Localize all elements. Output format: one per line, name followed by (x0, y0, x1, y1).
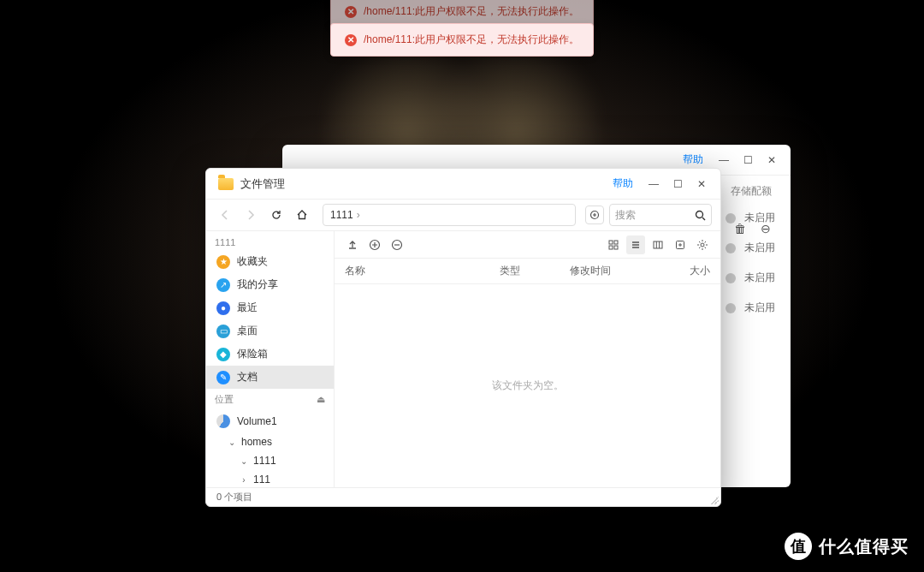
disk-icon (216, 414, 230, 428)
status-dot-icon (726, 273, 736, 283)
svg-rect-8 (654, 241, 662, 248)
navbar: 1111 › 搜索 (206, 200, 720, 230)
minimize-button[interactable]: — (642, 172, 666, 196)
sidebar-item-label: 收藏夹 (237, 254, 268, 269)
svg-point-1 (696, 211, 703, 217)
sidebar-item[interactable]: ●最近 (206, 296, 334, 319)
col-mtime[interactable]: 修改时间 (570, 264, 654, 278)
location-label: 位置 (215, 393, 234, 406)
main-pane: 名称 类型 修改时间 大小 该文件夹为空。 (335, 231, 720, 487)
new-tab-button[interactable] (585, 206, 604, 224)
nav-forward-button[interactable] (240, 205, 261, 225)
watermark-text: 什么值得买 (819, 535, 909, 558)
tree-item[interactable]: ›111 (206, 470, 334, 487)
sidebar-item-icon: ★ (216, 255, 230, 269)
tree-item-label: homes (241, 436, 272, 448)
chevron-icon[interactable]: ⌄ (227, 438, 237, 447)
status-dot-icon (726, 303, 736, 313)
empty-state: 该文件夹为空。 (335, 284, 720, 487)
help-link[interactable]: 帮助 (683, 152, 703, 167)
sidebar-item[interactable]: ★收藏夹 (206, 250, 334, 273)
view-grid-button[interactable] (604, 235, 623, 254)
tree-item[interactable]: ⌄homes (206, 432, 334, 451)
file-manager-window: 文件管理 帮助 — ☐ ✕ 1111 › 搜索 (205, 168, 721, 507)
svg-point-10 (701, 243, 704, 247)
upload-button[interactable] (343, 235, 362, 254)
search-placeholder: 搜索 (615, 208, 636, 223)
search-icon (695, 210, 706, 221)
sidebar-item-icon: ↗ (216, 278, 230, 292)
sidebar-item[interactable]: ↗我的分享 (206, 273, 334, 296)
sidebar-item[interactable]: ✎文档 (206, 366, 334, 389)
svg-rect-5 (614, 241, 618, 244)
sidebar-item-label: 保险箱 (237, 347, 268, 361)
chevron-icon[interactable]: ⌄ (239, 456, 249, 466)
sidebar-item-icon: ▭ (216, 325, 230, 338)
window-title: 文件管理 (240, 176, 285, 192)
col-size[interactable]: 大小 (654, 264, 710, 278)
folder-icon (218, 178, 234, 190)
status-bar: 0 个项目 (206, 487, 720, 506)
more-icon[interactable]: ⊖ (756, 219, 775, 238)
toast-message: /home/111:此用户权限不足，无法执行此操作。 (364, 4, 579, 19)
sidebar-item-icon: ● (216, 301, 230, 315)
titlebar[interactable]: 文件管理 帮助 — ☐ ✕ (206, 169, 720, 200)
sidebar-item-icon: ✎ (216, 371, 230, 384)
column-headers[interactable]: 名称 类型 修改时间 大小 (335, 259, 720, 284)
toast-message: /home/111:此用户权限不足，无法执行此操作。 (364, 33, 579, 47)
status-text: 0 个项目 (216, 491, 252, 503)
close-button[interactable]: ✕ (690, 172, 714, 196)
col-name[interactable]: 名称 (345, 264, 500, 278)
watermark-badge: 值 (785, 533, 812, 560)
nav-back-button[interactable] (215, 205, 235, 225)
tree-item-label: 1111 (253, 455, 276, 467)
new-window-button[interactable] (671, 235, 690, 254)
status-dot-icon (726, 243, 736, 253)
breadcrumb[interactable]: 1111 › (323, 204, 576, 226)
svg-rect-4 (609, 241, 613, 244)
chevron-icon[interactable]: › (239, 475, 249, 485)
sidebar-item[interactable]: ◆保险箱 (206, 343, 334, 366)
col-type[interactable]: 类型 (500, 264, 570, 278)
add-button[interactable] (365, 235, 384, 254)
sidebar-item-label: 文档 (237, 370, 258, 384)
sidebar-item-label: 我的分享 (237, 277, 278, 292)
sidebar-root-label: 1111 (206, 235, 334, 250)
toolbar (335, 231, 720, 259)
home-button[interactable] (292, 205, 312, 225)
eject-icon[interactable]: ⏏ (317, 394, 325, 405)
search-input[interactable]: 搜索 (609, 204, 712, 226)
view-list-button[interactable] (626, 235, 645, 254)
tree-item-label: 111 (253, 474, 270, 486)
sidebar: 1111 ★收藏夹↗我的分享●最近▭桌面◆保险箱✎文档 位置 ⏏ Volume1… (206, 231, 335, 487)
error-icon: ✕ (345, 34, 357, 46)
sidebar-item[interactable]: ▭桌面 (206, 319, 334, 343)
svg-rect-7 (614, 246, 618, 249)
maximize-button[interactable]: ☐ (666, 172, 690, 196)
delete-icon[interactable]: 🗑 (731, 219, 749, 238)
watermark: 值 什么值得买 (785, 533, 909, 560)
help-link[interactable]: 帮助 (613, 176, 633, 191)
resize-handle[interactable] (710, 496, 719, 504)
refresh-button[interactable] (266, 205, 287, 225)
error-toast: ✕ /home/111:此用户权限不足，无法执行此操作。 (330, 23, 594, 57)
sidebar-item-label: 最近 (237, 301, 258, 315)
close-button[interactable]: ✕ (760, 148, 784, 172)
view-columns-button[interactable] (649, 235, 667, 254)
maximize-button[interactable]: ☐ (736, 148, 760, 172)
error-icon: ✕ (345, 6, 357, 18)
chevron-right-icon: › (357, 209, 360, 221)
settings-button[interactable] (693, 235, 712, 254)
breadcrumb-segment[interactable]: 1111 (330, 209, 353, 221)
sidebar-item-icon: ◆ (216, 348, 230, 361)
remove-button[interactable] (388, 235, 406, 254)
tree-item[interactable]: ⌄1111 (206, 451, 334, 470)
svg-rect-6 (609, 246, 613, 249)
sidebar-item-label: 桌面 (237, 324, 258, 338)
sidebar-volume[interactable]: Volume1 (206, 410, 334, 432)
